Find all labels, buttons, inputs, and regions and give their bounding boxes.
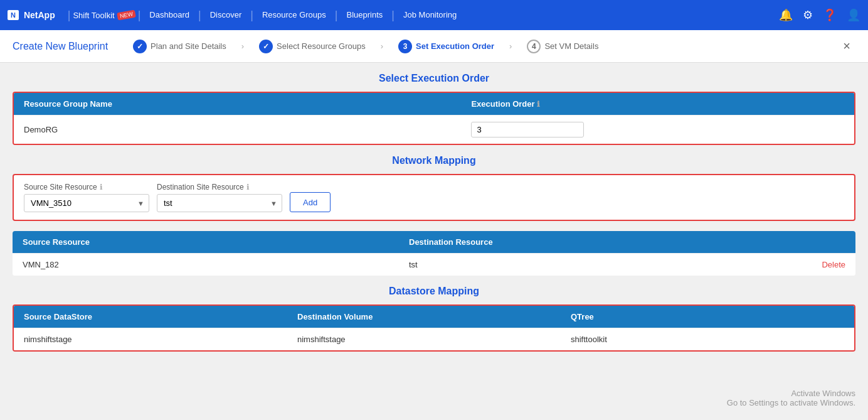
step-2-label: Select Resource Groups	[277, 41, 366, 51]
execution-order-header: Resource Group Name Execution Order ℹ	[14, 93, 854, 115]
step-4[interactable]: 4 Set VM Details	[527, 40, 598, 53]
dest-resource-value: tst	[409, 260, 795, 269]
step-1[interactable]: ✓ Plan and Site Details	[133, 40, 226, 53]
network-result-header: Source Resource Destination Resource	[13, 231, 855, 253]
source-resource-value: VMN_182	[23, 260, 409, 269]
execution-order-input[interactable]	[471, 122, 584, 137]
step-3-circle: 3	[398, 40, 412, 53]
delete-link[interactable]: Delete	[822, 260, 845, 269]
toolkit-badge: NEW	[117, 10, 136, 21]
step-3[interactable]: 3 Set Execution Order	[398, 40, 494, 53]
nav-blueprints[interactable]: Blueprints	[341, 0, 389, 30]
source-datastore-value: nimshiftstage	[24, 335, 297, 344]
dest-field-group: Destination Site Resource ℹ tst ▼	[157, 183, 282, 212]
page-title: Create New Blueprint	[13, 41, 108, 52]
delete-action: Delete	[795, 260, 845, 269]
execution-order-title: Select Execution Order	[13, 73, 855, 84]
datastore-mapping-header: Source DataStore Destination Volume QTre…	[14, 306, 854, 328]
source-select-wrapper: VMN_3510 ▼	[24, 194, 149, 212]
source-site-select[interactable]: VMN_3510	[24, 194, 149, 212]
step-1-circle: ✓	[133, 40, 147, 53]
step-3-label: Set Execution Order	[416, 41, 494, 51]
close-button[interactable]: ×	[838, 36, 855, 56]
step-1-label: Plan and Site Details	[151, 41, 226, 51]
step-sep-2: ›	[381, 41, 383, 51]
rg-name-value: DemoRG	[24, 125, 471, 134]
nav-resource-groups[interactable]: Resource Groups	[256, 0, 332, 30]
datastore-mapping-table: Source DataStore Destination Volume QTre…	[13, 304, 855, 352]
gear-icon[interactable]: ⚙	[803, 8, 813, 22]
nav-divider-4: |	[250, 9, 253, 22]
dest-site-select[interactable]: tst	[157, 194, 282, 212]
rg-name-header: Resource Group Name	[24, 99, 471, 109]
user-icon[interactable]: 👤	[847, 8, 860, 22]
nav-right-icons: 🔔 ⚙ ❓ 👤	[779, 8, 860, 22]
table-row: VMN_182 tst Delete	[13, 253, 855, 276]
order-value	[471, 122, 844, 137]
nav-dashboard[interactable]: Dashboard	[143, 0, 196, 30]
step-2-circle: ✓	[259, 40, 273, 53]
main-content: Select Execution Order Resource Group Na…	[0, 63, 868, 420]
company-name: NetApp	[24, 10, 55, 20]
add-mapping-button[interactable]: Add	[290, 192, 331, 212]
qtree-value: shifttoolkit	[571, 335, 844, 344]
source-resource-header: Source Resource	[23, 237, 409, 247]
table-row: DemoRG	[14, 115, 854, 144]
source-field-group: Source Site Resource ℹ VMN_3510 ▼	[24, 183, 149, 212]
dest-volume-value: nimshiftstage	[297, 335, 571, 344]
help-icon[interactable]: ❓	[823, 8, 837, 22]
dest-label: Destination Site Resource ℹ	[157, 183, 282, 191]
activate-windows-watermark: Activate Windows Go to Settings to activ…	[727, 389, 855, 407]
step-4-circle: 4	[527, 40, 541, 53]
table-row: nimshiftstage nimshiftstage shifttoolkit	[14, 328, 854, 350]
network-mapping-section: Source Site Resource ℹ VMN_3510 ▼ Destin…	[13, 174, 855, 221]
datastore-mapping-title: Datastore Mapping	[13, 286, 855, 297]
watermark-line2: Go to Settings to activate Windows.	[727, 398, 855, 407]
top-navigation: N NetApp | Shift Toolkit NEW | Dashboard…	[0, 0, 868, 30]
order-info-icon[interactable]: ℹ	[537, 100, 540, 109]
nav-divider-6: |	[391, 9, 394, 22]
execution-order-table: Resource Group Name Execution Order ℹ De…	[13, 92, 855, 145]
nav-divider-3: |	[198, 9, 201, 22]
source-info-icon[interactable]: ℹ	[100, 183, 103, 191]
dest-resource-header: Destination Resource	[409, 237, 795, 247]
nav-discover[interactable]: Discover	[204, 0, 248, 30]
nav-divider-5: |	[335, 9, 338, 22]
source-datastore-header: Source DataStore	[24, 312, 297, 321]
source-label: Source Site Resource ℹ	[24, 183, 149, 191]
qtree-header: QTree	[571, 312, 844, 321]
dest-info-icon[interactable]: ℹ	[246, 183, 250, 191]
nav-job-monitoring[interactable]: Job Monitoring	[397, 0, 463, 30]
network-mapping-result-table: Source Resource Destination Resource VMN…	[13, 231, 855, 276]
order-header: Execution Order ℹ	[471, 99, 844, 109]
step-2[interactable]: ✓ Select Resource Groups	[259, 40, 366, 53]
network-mapping-title: Network Mapping	[13, 155, 855, 166]
sub-navigation: Create New Blueprint ✓ Plan and Site Det…	[0, 30, 868, 63]
dest-select-wrapper: tst ▼	[157, 194, 282, 212]
step-sep-3: ›	[509, 41, 512, 51]
network-mapping-row: Source Site Resource ℹ VMN_3510 ▼ Destin…	[24, 183, 844, 212]
step-sep-1: ›	[241, 41, 244, 51]
netapp-logo: N	[8, 10, 19, 20]
bell-icon[interactable]: 🔔	[779, 8, 793, 22]
nav-divider-2: |	[138, 9, 141, 22]
dest-volume-header: Destination Volume	[297, 312, 571, 321]
toolkit-name: Shift Toolkit NEW	[73, 11, 135, 20]
brand-logo-area: N NetApp	[8, 10, 55, 20]
step-4-label: Set VM Details	[544, 41, 598, 51]
breadcrumb: ✓ Plan and Site Details › ✓ Select Resou…	[133, 40, 598, 53]
watermark-line1: Activate Windows	[727, 389, 855, 398]
nav-divider-1: |	[68, 9, 71, 22]
